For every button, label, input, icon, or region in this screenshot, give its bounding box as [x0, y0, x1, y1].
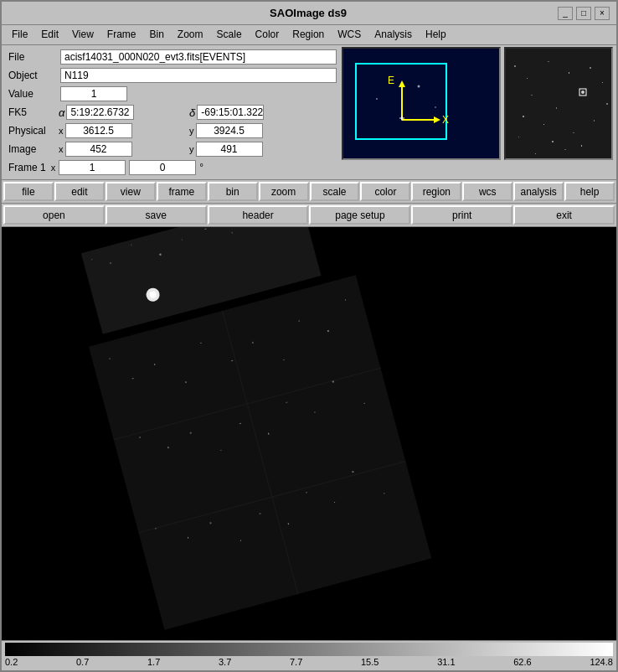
colorbar-label-2: 0.7	[76, 657, 89, 667]
svg-text:X: X	[442, 114, 449, 126]
alpha-symbol: α	[59, 106, 64, 119]
physical-y-label: y	[189, 126, 194, 136]
toolbar2: open save header page setup print exit	[2, 204, 616, 227]
colorbar-area: 0.2 0.7 1.7 3.7 7.7 15.5 31.1 62.6 124.8	[2, 640, 616, 670]
minimize-button[interactable]: _	[558, 7, 573, 20]
menu-file[interactable]: File	[5, 27, 34, 43]
open-button[interactable]: open	[3, 205, 105, 225]
menu-edit[interactable]: Edit	[34, 27, 65, 43]
tb-bin-button[interactable]: bin	[208, 182, 258, 201]
tb-region-button[interactable]: region	[411, 182, 461, 201]
physical-x: 3612.5	[65, 123, 132, 138]
menu-view[interactable]: View	[65, 27, 100, 43]
svg-rect-24	[523, 116, 524, 117]
image-row: Image x 452 y 491	[5, 141, 338, 158]
svg-rect-31	[581, 145, 582, 147]
degree-symbol: °	[199, 162, 203, 173]
svg-rect-19	[569, 72, 569, 74]
fk5-dec: -69:15:01.322	[197, 105, 264, 120]
colorbar-label-6: 15.5	[361, 657, 379, 667]
colorbar-label-7: 31.1	[437, 657, 455, 667]
menu-frame[interactable]: Frame	[100, 27, 143, 43]
tb-color-button[interactable]: color	[360, 182, 410, 201]
value-label: Value	[7, 87, 57, 101]
main-window: SAOImage ds9 _ □ × File Edit View Frame …	[0, 0, 618, 672]
menu-bar: File Edit View Frame Bin Zoom Scale Colo…	[2, 25, 616, 45]
exit-button[interactable]: exit	[513, 205, 615, 225]
main-canvas[interactable]	[2, 227, 616, 640]
colorbar-label-5: 7.7	[290, 657, 302, 667]
svg-rect-33	[535, 153, 536, 154]
svg-rect-27	[594, 120, 595, 121]
object-row: Object N119	[5, 67, 338, 84]
tb-help-button[interactable]: help	[564, 182, 615, 201]
tb-scale-button[interactable]: scale	[310, 182, 360, 201]
svg-rect-32	[606, 103, 608, 105]
file-value: acisf14031_000N020_evt3.fits[EVENTS]	[60, 49, 337, 65]
page-setup-button[interactable]: page setup	[309, 205, 410, 225]
image-y-label: y	[189, 144, 194, 154]
svg-rect-23	[556, 107, 557, 109]
menu-scale[interactable]: Scale	[210, 27, 249, 43]
menu-bin[interactable]: Bin	[143, 27, 171, 43]
tb-view-button[interactable]: view	[106, 182, 156, 201]
svg-rect-18	[548, 61, 549, 62]
tb-edit-button[interactable]: edit	[54, 182, 105, 201]
maximize-button[interactable]: □	[576, 7, 591, 20]
tb-file-button[interactable]: file	[3, 182, 54, 201]
main-preview: E X	[342, 47, 501, 160]
tb-frame-button[interactable]: frame	[157, 182, 207, 201]
frame-label: Frame 1	[7, 161, 48, 174]
print-button[interactable]: print	[411, 205, 512, 225]
file-label: File	[7, 50, 57, 64]
close-button[interactable]: ×	[595, 7, 610, 20]
tb-analysis-button[interactable]: analysis	[513, 182, 564, 201]
colorbar-label-9: 124.8	[590, 657, 613, 667]
svg-rect-30	[564, 149, 566, 150]
svg-rect-17	[527, 78, 528, 79]
svg-point-11	[418, 85, 420, 88]
colorbar	[5, 643, 613, 656]
colorbar-label-1: 0.2	[5, 657, 18, 667]
title-bar: SAOImage ds9 _ □ ×	[2, 2, 616, 25]
delta-symbol: δ	[189, 106, 195, 119]
svg-point-12	[435, 106, 436, 108]
image-y: 491	[196, 142, 263, 157]
window-controls: _ □ ×	[558, 7, 610, 20]
object-label: Object	[7, 69, 57, 82]
tb-wcs-button[interactable]: wcs	[462, 182, 512, 201]
physical-row: Physical x 3612.5 y 3924.5	[5, 122, 338, 139]
svg-rect-20	[590, 67, 591, 69]
svg-text:E: E	[388, 75, 394, 86]
menu-zoom[interactable]: Zoom	[171, 27, 210, 43]
object-value: N119	[60, 68, 337, 83]
menu-wcs[interactable]: WCS	[331, 27, 368, 43]
thumbnail-preview	[504, 47, 613, 160]
header-button[interactable]: header	[208, 205, 309, 225]
fk5-label: FK5	[7, 106, 57, 119]
colorbar-label-8: 62.6	[513, 657, 531, 667]
svg-rect-21	[602, 82, 603, 83]
physical-label: Physical	[7, 124, 57, 137]
image-label: Image	[7, 142, 57, 156]
svg-rect-26	[573, 132, 574, 133]
svg-point-15	[581, 90, 585, 94]
menu-region[interactable]: Region	[286, 27, 331, 43]
save-button[interactable]: save	[106, 205, 207, 225]
value-value: 1	[60, 86, 127, 101]
preview-svg: E X	[343, 49, 501, 160]
colorbar-label-4: 3.7	[219, 657, 231, 667]
svg-rect-28	[552, 141, 554, 142]
frame-y: 0	[129, 160, 196, 175]
svg-rect-22	[531, 95, 533, 96]
menu-color[interactable]: Color	[249, 27, 286, 43]
tb-zoom-button[interactable]: zoom	[259, 182, 309, 201]
svg-rect-25	[543, 124, 544, 125]
menu-analysis[interactable]: Analysis	[368, 27, 419, 43]
astronomical-image	[2, 227, 616, 640]
physical-x-label: x	[59, 126, 64, 136]
svg-point-10	[376, 98, 378, 100]
svg-rect-0	[343, 49, 501, 160]
menu-help[interactable]: Help	[419, 27, 453, 43]
window-title: SAOImage ds9	[59, 7, 558, 19]
